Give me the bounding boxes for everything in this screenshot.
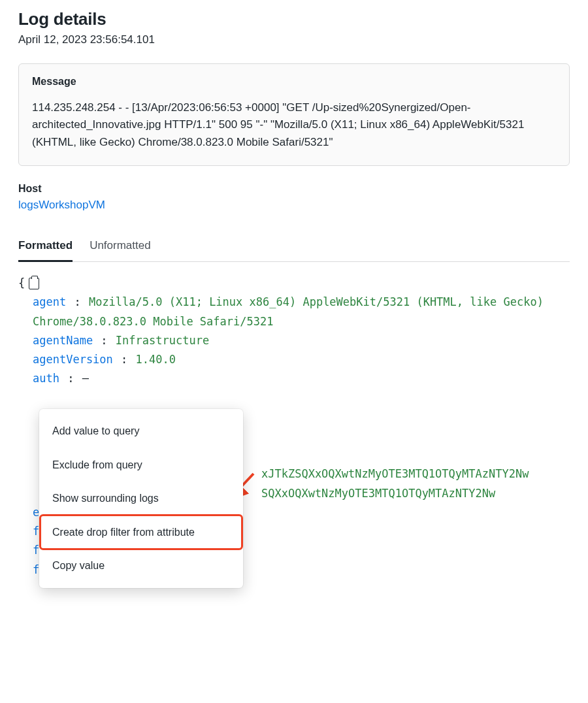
attr-agentname[interactable]: agentName : Infrastructure bbox=[18, 331, 570, 350]
context-menu: Add value to query Exclude from query Sh… bbox=[39, 409, 243, 588]
host-link[interactable]: logsWorkshopVM bbox=[18, 199, 105, 212]
message-box: Message 114.235.248.254 - - [13/Apr/2023… bbox=[18, 63, 570, 166]
tab-unformatted[interactable]: Unformatted bbox=[90, 239, 151, 261]
attr-value: 1.40.0 bbox=[136, 353, 176, 366]
tabs: Formatted Unformatted bbox=[18, 239, 570, 262]
attr-auth[interactable]: auth : – bbox=[18, 369, 570, 388]
ctx-add-value-to-query[interactable]: Add value to query bbox=[39, 414, 243, 448]
ctx-show-surrounding-logs[interactable]: Show surrounding logs bbox=[39, 482, 243, 515]
ctx-copy-value[interactable]: Copy value bbox=[39, 549, 243, 583]
ctx-exclude-from-query[interactable]: Exclude from query bbox=[39, 448, 243, 482]
message-body: 114.235.248.254 - - [13/Apr/2023:06:56:5… bbox=[32, 99, 556, 151]
attr-agentversion[interactable]: agentVersion : 1.40.0 bbox=[18, 350, 570, 369]
attr-key: agentName bbox=[33, 334, 93, 347]
page-title: Log details bbox=[18, 9, 570, 29]
host-block: Host logsWorkshopVM bbox=[18, 183, 570, 212]
attr-value: Mozilla/5.0 (X11; Linux x86_64) AppleWeb… bbox=[33, 295, 544, 327]
clipboard-icon[interactable] bbox=[29, 278, 39, 289]
log-timestamp: April 12, 2023 23:56:54.101 bbox=[18, 33, 570, 46]
message-label: Message bbox=[32, 76, 556, 88]
attr-key: agentVersion bbox=[33, 353, 113, 366]
attr-agent[interactable]: agent : Mozilla/5.0 (X11; Linux x86_64) … bbox=[18, 293, 570, 331]
json-area: { agent : Mozilla/5.0 (X11; Linux x86_64… bbox=[18, 274, 570, 580]
ctx-create-drop-filter[interactable]: Create drop filter from attribute bbox=[41, 515, 242, 549]
host-label: Host bbox=[18, 183, 570, 195]
json-open-brace: { bbox=[18, 274, 570, 293]
open-brace: { bbox=[18, 274, 25, 293]
attr-value: – bbox=[82, 372, 89, 385]
attr-key: auth bbox=[33, 372, 59, 385]
attr-value: Infrastructure bbox=[116, 334, 209, 347]
attr-key: agent bbox=[33, 295, 66, 308]
tab-formatted[interactable]: Formatted bbox=[18, 239, 73, 262]
hidden-row-1 bbox=[18, 388, 570, 407]
